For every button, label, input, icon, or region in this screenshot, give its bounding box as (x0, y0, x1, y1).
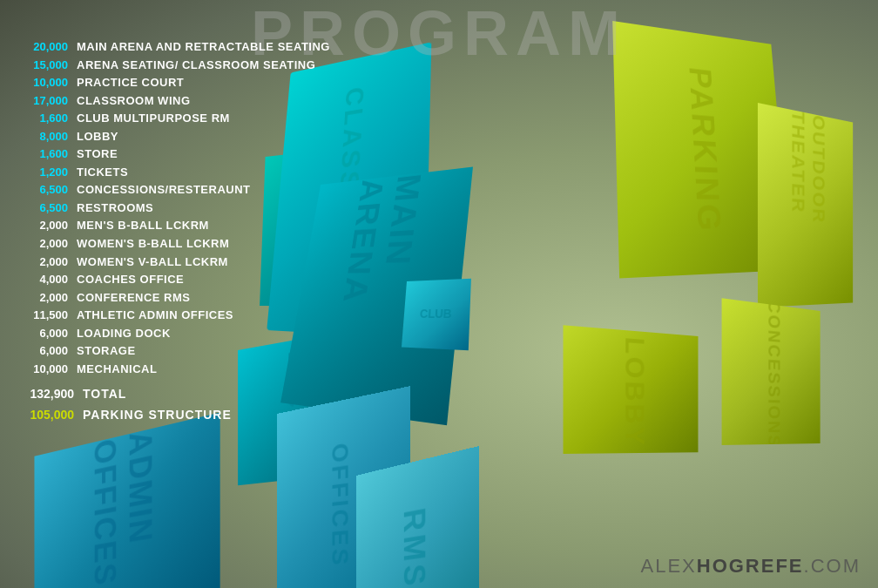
outdoor-theater-block: OUTDOOR THEATER (758, 103, 853, 308)
program-data-panel: 20,000 MAIN ARENA AND RETRACTABLE SEATIN… (17, 39, 366, 422)
club-block: CLUB (402, 279, 471, 351)
list-item: 20,000 MAIN ARENA AND RETRACTABLE SEATIN… (17, 39, 366, 55)
list-item: 10,000 PRACTICE COURT (17, 75, 366, 91)
list-item: 11,500 ATHLETIC ADMIN OFFICES (17, 308, 366, 323)
list-item: 4,000 COACHES OFFICE (17, 272, 366, 287)
total-row: 132,900 TOTAL (17, 387, 366, 401)
list-item: 2,000 CONFERENCE RMS (17, 290, 366, 306)
concessions-block: CONCESSIONS (722, 298, 821, 445)
lobby-block: LOBBY (564, 325, 699, 454)
list-item: 6,000 STORAGE (17, 343, 366, 359)
list-item: 1,600 STORE (17, 146, 366, 162)
list-item: 15,000 ARENA SEATING/ CLASSROOM SEATING (17, 57, 366, 73)
list-item: 1,200 TICKETS (17, 165, 366, 180)
list-item: 6,500 CONCESSIONS/RESTERAUNT (17, 182, 366, 198)
list-item: 6,500 RESTROOMS (17, 200, 366, 216)
watermark: ALEXHOGREFE.COM (640, 555, 861, 578)
parking-row: 105,000 PARKING STRUCTURE (17, 408, 366, 422)
list-item: 2,000 WOMEN'S B-BALL LCKRM (17, 236, 366, 252)
list-item: 10,000 MECHANICAL (17, 362, 366, 377)
list-item: 2,000 MEN'S B-BALL LCKRM (17, 218, 366, 233)
list-item: 17,000 CLASSROOM WING (17, 93, 366, 109)
list-item: 8,000 LOBBY (17, 129, 366, 145)
list-item: 2,000 WOMEN'S V-BALL LCKRM (17, 254, 366, 270)
list-item: 1,600 CLUB MULTIPURPOSE RM (17, 111, 366, 126)
list-item: 6,000 LOADING DOCK (17, 326, 366, 341)
admin-block: ADMIN OFFICES (34, 412, 220, 588)
